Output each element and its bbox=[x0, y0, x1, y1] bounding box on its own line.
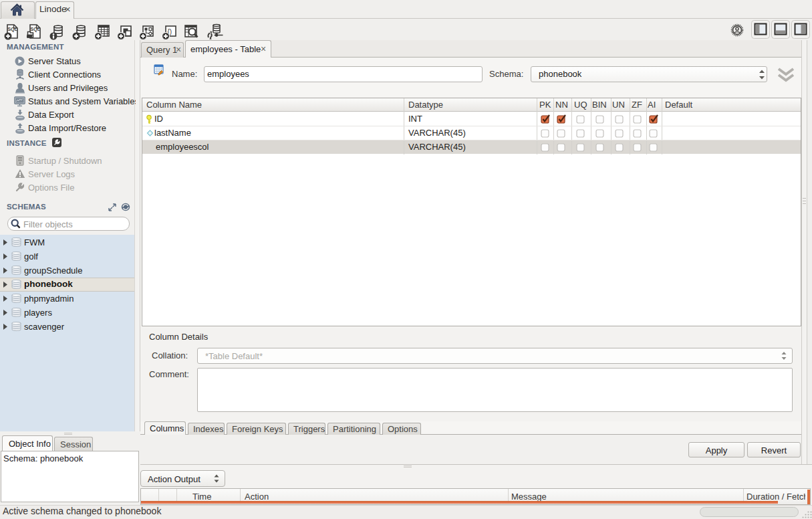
svg-text:SQL: SQL bbox=[31, 27, 41, 32]
svg-text:SQL: SQL bbox=[8, 27, 18, 32]
